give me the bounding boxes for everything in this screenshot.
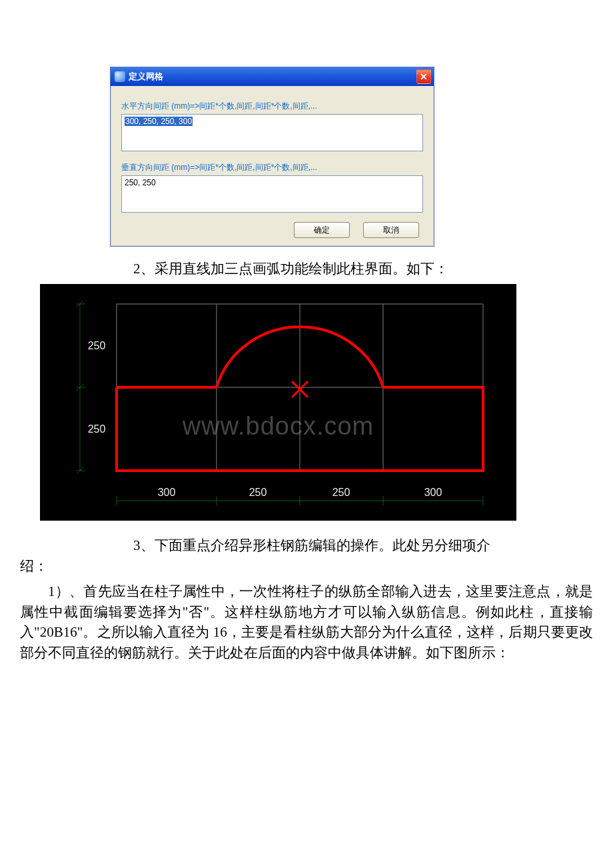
dialog-title: 定义网格	[129, 71, 416, 83]
horizontal-spacing-input[interactable]: 300, 250, 250, 300	[121, 114, 423, 151]
paragraph-body: 1）、首先应当在柱子属性中，一次性将柱子的纵筋全部输入进去，这里要注意点，就是属…	[20, 581, 593, 663]
dim-col-2: 250	[332, 487, 350, 498]
dim-row-0: 250	[88, 340, 106, 351]
paragraph-3: 3、下面重点介绍异形柱钢筋编辑的操作。此处另分细项介 绍：	[20, 535, 593, 576]
app-icon	[115, 71, 125, 82]
paragraph-2: 2、采用直线加三点画弧功能绘制此柱界面。如下：	[20, 259, 593, 279]
horizontal-spacing-label: 水平方向间距 (mm)=>间距*个数,间距,间距*个数,间距,...	[121, 101, 423, 112]
vertical-spacing-input[interactable]: 250, 250	[121, 175, 423, 213]
close-icon[interactable]: ✕	[416, 69, 431, 84]
ok-button[interactable]: 确定	[294, 222, 350, 238]
cad-svg: 250 250 300 250 250 300	[40, 284, 516, 521]
dim-col-3: 300	[424, 487, 442, 498]
dim-col-1: 250	[249, 487, 267, 498]
cancel-button[interactable]: 取消	[363, 222, 419, 238]
dim-row-1: 250	[88, 423, 106, 435]
dialog-body: 水平方向间距 (mm)=>间距*个数,间距,间距*个数,间距,... 300, …	[111, 86, 434, 246]
cad-drawing: 250 250 300 250 250 300 www.bdocx.com	[40, 284, 516, 521]
dim-col-0: 300	[158, 487, 176, 498]
dialog-titlebar: 定义网格 ✕	[111, 67, 434, 86]
define-grid-dialog: 定义网格 ✕ 水平方向间距 (mm)=>间距*个数,间距,间距*个数,间距,..…	[110, 67, 434, 247]
vertical-spacing-label: 垂直方向间距 (mm)=>间距*个数,间距,间距*个数,间距,...	[121, 162, 423, 173]
